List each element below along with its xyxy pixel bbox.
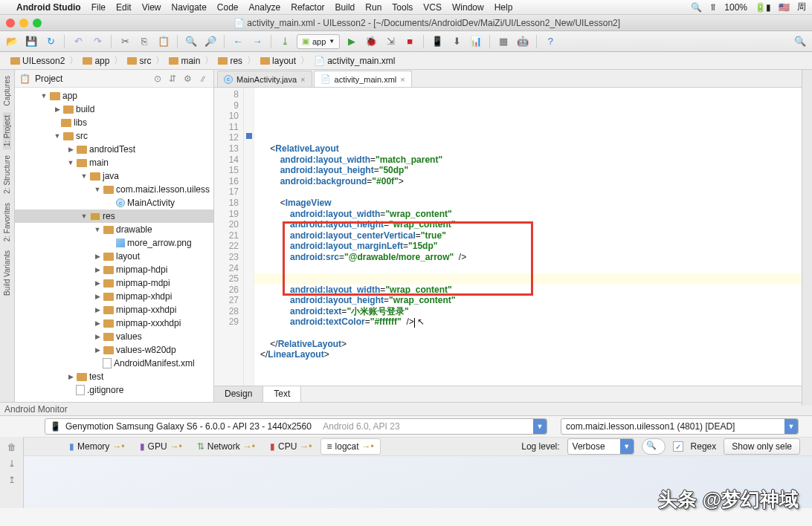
tab-memory[interactable]: ▮Memory →•: [62, 438, 132, 455]
tree-java[interactable]: java: [103, 171, 119, 181]
tree-mainactivity[interactable]: MainActivity: [127, 198, 175, 208]
project-tree[interactable]: ▼app ▶build libs ▼src ▶androidTest ▼main…: [15, 88, 213, 402]
open-icon[interactable]: 📂: [4, 34, 19, 49]
device-selector[interactable]: 📱 Genymotion Samsung Galaxy S6 - 6.0.0 -…: [45, 418, 547, 435]
app-menu[interactable]: Android Studio: [16, 2, 81, 13]
search-everywhere-icon[interactable]: 🔍: [793, 34, 808, 49]
menu-build[interactable]: Build: [335, 2, 355, 13]
tree-res[interactable]: res: [103, 211, 115, 221]
bc-app[interactable]: app: [78, 56, 114, 66]
rail-captures[interactable]: Captures: [3, 73, 11, 109]
attach-icon[interactable]: ⇲: [383, 34, 398, 49]
menu-edit[interactable]: Edit: [116, 2, 132, 13]
bc-layout[interactable]: layout: [256, 56, 300, 66]
tab-mainactivity[interactable]: c MainActivity.java ×: [217, 71, 312, 87]
tree-mipmap-xxhdpi[interactable]: mipmap-xxhdpi: [116, 305, 176, 315]
menu-run[interactable]: Run: [365, 2, 381, 13]
close-icon[interactable]: ×: [300, 75, 305, 84]
back-icon[interactable]: ←: [231, 34, 245, 49]
menu-navigate[interactable]: Navigate: [171, 2, 206, 13]
tree-layout[interactable]: layout: [116, 251, 140, 262]
tree-libs[interactable]: libs: [74, 117, 87, 128]
wifi-icon[interactable]: ⥣: [709, 2, 717, 13]
rail-build-variants[interactable]: Build Variants: [3, 247, 11, 299]
input-source-icon[interactable]: 🇺🇸: [779, 2, 790, 13]
undo-icon[interactable]: ↶: [71, 34, 86, 49]
menu-window[interactable]: Window: [452, 2, 484, 13]
tree-main[interactable]: main: [89, 158, 109, 168]
sdk-icon[interactable]: ⬇: [449, 34, 464, 49]
monitor-icon[interactable]: 📊: [468, 34, 483, 49]
bc-root[interactable]: UILesson2: [6, 56, 69, 66]
monitor-title[interactable]: Android Monitor: [0, 402, 812, 416]
redo-icon[interactable]: ↷: [90, 34, 105, 49]
copy-icon[interactable]: ⎘: [137, 34, 152, 49]
trash-icon[interactable]: 🗑: [6, 441, 18, 453]
tree-app[interactable]: app: [62, 91, 77, 101]
code-editor[interactable]: 8910111213141516171819202122232425262728…: [214, 88, 812, 386]
tree-manifest[interactable]: AndroidManifest.xml: [114, 358, 195, 368]
rail-project[interactable]: 1: Project: [3, 112, 11, 149]
tab-text[interactable]: Text: [263, 386, 301, 402]
tree-values-w820dp[interactable]: values-w820dp: [116, 345, 176, 355]
tree-mipmap-hdpi[interactable]: mipmap-hdpi: [116, 264, 167, 275]
tree-gitignore[interactable]: .gitignore: [87, 385, 123, 395]
tree-mipmap-mdpi[interactable]: mipmap-mdpi: [116, 278, 170, 288]
tab-cpu[interactable]: ▮CPU →•: [263, 438, 319, 455]
menu-refactor[interactable]: Refactor: [291, 2, 324, 13]
collapse-icon[interactable]: ⇵: [169, 74, 179, 84]
tab-network[interactable]: ⇅Network →•: [190, 438, 262, 455]
bc-res[interactable]: res: [213, 56, 247, 66]
bc-file[interactable]: 📄 activity_main.xml: [309, 56, 399, 66]
debug-button[interactable]: 🐞: [364, 34, 378, 49]
regex-checkbox[interactable]: ✓: [673, 441, 683, 452]
forward-icon[interactable]: →: [250, 34, 265, 49]
menu-view[interactable]: View: [142, 2, 161, 13]
breakpoint-marker[interactable]: [246, 133, 252, 139]
search-icon[interactable]: 🔍: [691, 2, 702, 13]
structure-icon[interactable]: ▦: [496, 34, 511, 49]
cut-icon[interactable]: ✂: [117, 34, 132, 49]
menu-file[interactable]: File: [91, 2, 106, 13]
gear-icon[interactable]: ⚙: [184, 74, 194, 84]
menu-analyze[interactable]: Analyze: [249, 2, 281, 13]
stop-icon[interactable]: ■: [402, 34, 417, 49]
scroll-end-icon[interactable]: ⤓: [6, 458, 18, 470]
zoom-window-button[interactable]: [33, 19, 42, 27]
project-scope-icon[interactable]: 📋: [19, 74, 30, 84]
paste-icon[interactable]: 📋: [156, 34, 171, 49]
run-button[interactable]: ▶: [344, 34, 359, 49]
make-icon[interactable]: ⤓: [277, 34, 292, 49]
sync-gradle-icon[interactable]: 🤖: [515, 34, 530, 49]
rail-structure[interactable]: 2: Structure: [3, 152, 11, 197]
tab-logcat[interactable]: ≡logcat →•: [320, 438, 381, 455]
sync-icon[interactable]: ↻: [43, 34, 58, 49]
help-icon[interactable]: ?: [543, 34, 558, 49]
log-level-selector[interactable]: Verbose▼: [567, 438, 634, 455]
tree-values[interactable]: values: [116, 331, 142, 342]
avd-icon[interactable]: 📱: [430, 34, 445, 49]
wrap-icon[interactable]: ↥: [6, 474, 18, 486]
filter-selector[interactable]: Show only sele: [724, 438, 800, 455]
tree-mipmap-xxxhdpi[interactable]: mipmap-xxxhdpi: [116, 318, 181, 328]
tree-drawable[interactable]: drawable: [116, 224, 152, 235]
close-icon[interactable]: ×: [400, 75, 405, 84]
bc-src[interactable]: src: [123, 56, 155, 66]
run-config-selector[interactable]: ▣ app ▼: [297, 34, 340, 49]
locate-icon[interactable]: ⊙: [154, 74, 164, 84]
tree-build[interactable]: build: [76, 104, 94, 114]
tab-gpu[interactable]: ▮GPU →•: [133, 438, 189, 455]
menu-tools[interactable]: Tools: [392, 2, 413, 13]
tree-test[interactable]: test: [89, 371, 103, 382]
tree-package[interactable]: com.maizi.lesson.uiless: [116, 184, 210, 195]
tab-design[interactable]: Design: [214, 386, 263, 402]
save-icon[interactable]: 💾: [24, 34, 39, 49]
tab-activity-main-xml[interactable]: 📄 activity_main.xml ×: [314, 71, 412, 87]
menu-help[interactable]: Help: [494, 2, 513, 13]
replace-icon[interactable]: 🔎: [203, 34, 218, 49]
tree-more-arrow[interactable]: more_arrow.png: [127, 238, 192, 248]
hide-panel-icon[interactable]: ⫽: [199, 74, 209, 84]
bc-main[interactable]: main: [164, 56, 204, 66]
find-icon[interactable]: 🔍: [184, 34, 199, 49]
rail-favorites[interactable]: 2: Favorites: [3, 200, 11, 244]
